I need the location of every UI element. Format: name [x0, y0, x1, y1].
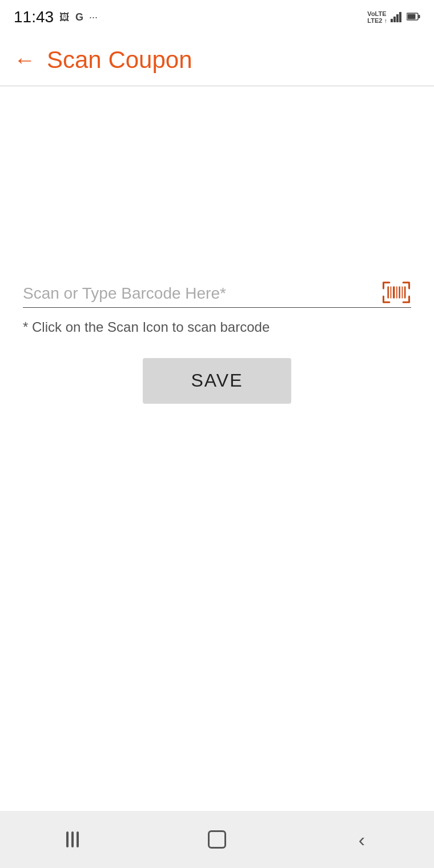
signal-icon [391, 11, 403, 24]
more-icon: ··· [89, 11, 98, 23]
input-section: * Click on the Scan Icon to scan barcode… [23, 284, 411, 404]
bottom-nav: ‹ [0, 811, 434, 868]
svg-rect-2 [396, 14, 399, 22]
scan-hint: * Click on the Scan Icon to scan barcode [23, 319, 411, 335]
recent-apps-icon [66, 831, 79, 847]
recent-apps-button[interactable] [0, 811, 144, 868]
barcode-input-wrapper [23, 284, 411, 308]
back-nav-icon: ‹ [359, 829, 365, 851]
lte-indicator: VoLTE LTE2 ↑ [367, 10, 387, 24]
svg-rect-5 [408, 14, 416, 19]
svg-rect-9 [393, 286, 395, 298]
g-icon: G [75, 11, 83, 23]
photo-icon: 🖼 [59, 11, 70, 23]
main-content: * Click on the Scan Icon to scan barcode… [0, 86, 434, 811]
status-left: 11:43 🖼 G ··· [14, 8, 98, 26]
nav-bar: ← Scan Coupon [0, 34, 434, 86]
svg-rect-0 [391, 19, 393, 22]
home-icon [208, 830, 226, 849]
svg-rect-13 [404, 286, 406, 298]
svg-rect-11 [399, 286, 400, 298]
bottom-spacer [23, 415, 411, 811]
top-spacer [23, 86, 411, 284]
back-nav-button[interactable]: ‹ [290, 811, 434, 868]
svg-rect-7 [387, 286, 389, 298]
status-bar: 11:43 🖼 G ··· VoLTE LTE2 ↑ [0, 0, 434, 34]
svg-rect-1 [393, 17, 396, 22]
home-button[interactable] [144, 811, 289, 868]
save-button[interactable]: SAVE [143, 358, 291, 404]
battery-icon [407, 12, 420, 23]
svg-rect-10 [396, 286, 397, 298]
page-title: Scan Coupon [47, 46, 192, 74]
back-button[interactable]: ← [14, 49, 35, 71]
status-right: VoLTE LTE2 ↑ [367, 10, 420, 24]
barcode-input[interactable] [23, 284, 411, 303]
svg-rect-12 [402, 286, 403, 298]
barcode-scan-icon[interactable] [381, 279, 411, 308]
svg-rect-6 [419, 15, 420, 18]
svg-rect-3 [399, 12, 401, 22]
status-time: 11:43 [14, 8, 54, 26]
svg-rect-8 [391, 286, 392, 298]
